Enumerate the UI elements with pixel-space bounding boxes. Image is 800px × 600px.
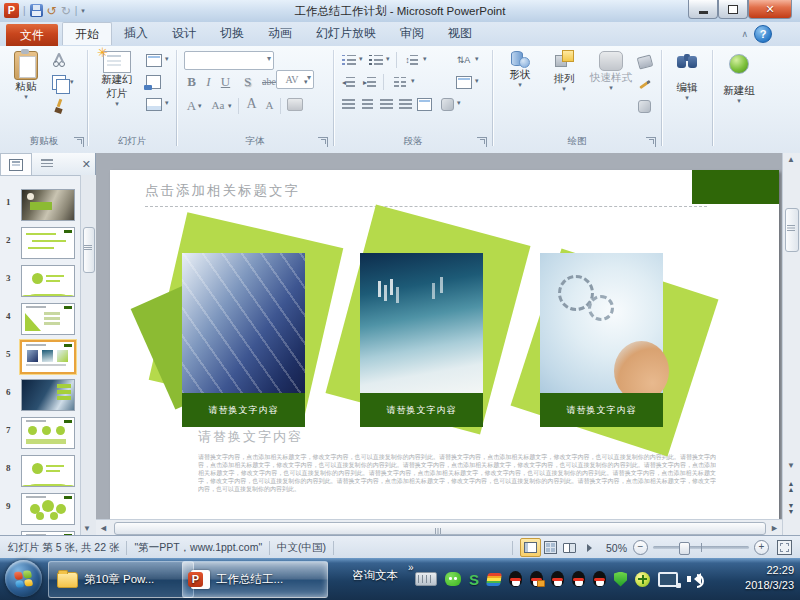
editing-caret[interactable]: ▾	[685, 95, 689, 101]
character-spacing-button[interactable]: AV	[282, 74, 302, 85]
tab-view[interactable]: 视图	[436, 22, 484, 44]
previous-slide-button[interactable]: ▲▲	[784, 481, 798, 493]
smartart-caret[interactable]: ▾	[457, 100, 461, 106]
card-caption-1[interactable]: 请替换文字内容	[182, 393, 305, 427]
columns-caret[interactable]: ▾	[411, 78, 415, 84]
reset-slide-button[interactable]	[145, 74, 162, 90]
slide-thumbnail-2[interactable]: 2	[0, 227, 80, 261]
font-color-button[interactable]: A	[184, 98, 199, 114]
tab-design[interactable]: 设计	[160, 22, 208, 44]
antivirus-shield-icon[interactable]	[614, 572, 627, 587]
text-direction-caret[interactable]: ▾	[475, 56, 479, 62]
new-slide-button[interactable]: ✳ 新建幻灯片 ▾	[93, 51, 141, 107]
slide-layout-button[interactable]	[145, 52, 162, 68]
arrange-caret[interactable]: ▾	[562, 86, 566, 92]
card-caption-2[interactable]: 请替换文字内容	[360, 393, 483, 427]
numbering-caret[interactable]: ▾	[386, 56, 390, 62]
collapse-ribbon-icon[interactable]: ∧	[741, 29, 748, 39]
arrange-button[interactable]: 排列 ▾	[544, 51, 584, 92]
section-button[interactable]	[145, 96, 162, 112]
scroll-left-icon[interactable]: ◄	[99, 523, 108, 533]
qq-icon-2[interactable]	[530, 571, 543, 587]
taskbar-toolbar-text[interactable]: 咨询文本	[352, 568, 398, 583]
new-slide-caret[interactable]: ▾	[115, 101, 119, 107]
tab-insert[interactable]: 插入	[112, 22, 160, 44]
tab-file[interactable]: 文件	[6, 24, 58, 46]
tab-slideshow[interactable]: 幻灯片放映	[304, 22, 388, 44]
font-color-caret[interactable]: ▾	[198, 103, 202, 109]
zoom-slider-track[interactable]	[653, 546, 749, 549]
bullets-button[interactable]	[340, 52, 357, 68]
language-indicator[interactable]: 中文(中国)	[277, 541, 326, 555]
new-group-caret[interactable]: ▾	[737, 98, 741, 104]
tab-animations[interactable]: 动画	[256, 22, 304, 44]
next-slide-button[interactable]: ▼▼	[784, 503, 798, 515]
slide-layout-caret[interactable]: ▾	[165, 56, 169, 62]
qq-icon-4[interactable]	[572, 571, 585, 587]
zoom-in-button[interactable]: +	[754, 540, 769, 555]
bold-button[interactable]: B	[184, 74, 199, 90]
italic-button[interactable]: I	[201, 74, 216, 90]
scroll-up-icon[interactable]: ▲	[784, 155, 798, 164]
tab-home[interactable]: 开始	[62, 22, 112, 45]
section-caret[interactable]: ▾	[165, 100, 169, 106]
close-button[interactable]: ✕	[748, 0, 792, 19]
taskbar-item-folder[interactable]: 第10章 Pow...	[48, 561, 194, 598]
shape-outline-button[interactable]	[636, 76, 653, 92]
panel-close-icon[interactable]: ✕	[82, 158, 91, 171]
scroll-right-icon[interactable]: ►	[770, 523, 779, 533]
slide-thumbnail-4[interactable]: 4	[0, 303, 80, 337]
qq-icon-5[interactable]	[593, 571, 606, 587]
minimize-button[interactable]	[688, 0, 718, 19]
change-case-button[interactable]: Aa	[208, 99, 228, 111]
card-caption-3[interactable]: 请替换文字内容	[540, 393, 663, 427]
tab-outline[interactable]	[32, 154, 62, 175]
panel-scroll-down-icon[interactable]: ▼	[83, 524, 91, 533]
shapes-caret[interactable]: ▾	[518, 82, 522, 88]
cut-button[interactable]	[50, 52, 67, 68]
slide-thumbnail-6[interactable]: 6	[0, 379, 80, 413]
tab-slides-thumbnails[interactable]	[0, 153, 32, 175]
card-image-gears[interactable]	[540, 253, 663, 393]
body-heading-placeholder[interactable]: 请替换文字内容	[198, 428, 303, 446]
reading-view-button[interactable]	[560, 539, 579, 556]
vertical-scrollbar[interactable]: ▲ ▼ ▲▲ ▼▼	[782, 153, 800, 535]
drawing-dialog-launcher-icon[interactable]	[646, 137, 656, 147]
input-keyboard-icon[interactable]	[415, 572, 437, 586]
zoom-level[interactable]: 50%	[606, 542, 627, 554]
clipboard-dialog-launcher-icon[interactable]	[74, 137, 84, 147]
align-center-button[interactable]	[359, 96, 376, 112]
shrink-font-button[interactable]: A	[262, 99, 277, 111]
shape-fill-button[interactable]	[636, 54, 653, 70]
network-icon[interactable]	[658, 572, 678, 587]
restore-button[interactable]	[718, 0, 748, 19]
editing-button[interactable]: 编辑 ▾	[669, 54, 705, 101]
help-icon[interactable]: ?	[754, 25, 772, 43]
paragraph-dialog-launcher-icon[interactable]	[477, 137, 487, 147]
wechat-icon[interactable]	[445, 572, 461, 586]
bullets-caret[interactable]: ▾	[359, 56, 363, 62]
body-text-placeholder[interactable]: 请替换文字内容，点击添加相关标题文字，修改文字内容，也可以直接复制你的内容到此。…	[198, 453, 716, 505]
line-spacing-button[interactable]: ↕	[403, 52, 420, 68]
slide-canvas[interactable]: 点击添加相关标题文字 请替换文字内容 请替换文字内容 请替换文字内容 请替换文字…	[110, 170, 779, 519]
slide-thumbnail-5-selected[interactable]: 5	[0, 341, 80, 375]
start-button[interactable]	[5, 560, 42, 597]
clear-formatting-button[interactable]	[286, 96, 303, 112]
zoom-out-button[interactable]: −	[633, 540, 648, 555]
paste-dropdown-caret[interactable]: ▾	[24, 94, 28, 100]
taskbar-item-powerpoint[interactable]: P 工作总结工...	[182, 561, 328, 598]
format-painter-button[interactable]	[50, 98, 67, 114]
character-spacing-caret[interactable]: ▾	[304, 79, 308, 85]
vertical-scrollbar-thumb[interactable]	[785, 208, 799, 252]
rainbow-icon[interactable]	[486, 573, 502, 586]
horizontal-scrollbar-thumb[interactable]	[114, 522, 766, 535]
panel-scrollbar[interactable]: ▼	[80, 175, 96, 535]
slide-sorter-view-button[interactable]	[541, 539, 560, 556]
numbering-button[interactable]	[367, 52, 384, 68]
align-left-button[interactable]	[340, 96, 357, 112]
slide-title-placeholder[interactable]: 点击添加相关标题文字	[145, 182, 300, 200]
toolbar-overflow-chevron[interactable]: »	[408, 562, 414, 573]
decrease-indent-button[interactable]: ◂	[340, 74, 357, 90]
text-direction-button[interactable]: ⇅A	[455, 52, 472, 68]
copy-dropdown-caret[interactable]: ▾	[70, 79, 74, 85]
